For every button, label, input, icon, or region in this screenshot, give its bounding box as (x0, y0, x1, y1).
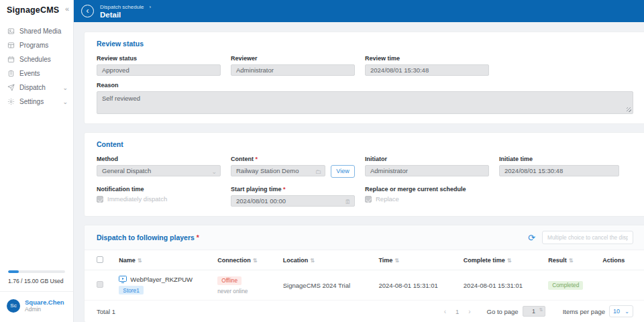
sidebar-item-dispatch[interactable]: Dispatch ⌄ (0, 80, 73, 95)
players-heading: Dispatch to following players * (97, 233, 199, 241)
breadcrumb-separator-icon: › (149, 4, 151, 10)
players-table: Name⇅ Connection⇅ Location⇅ Time⇅ Comple… (85, 250, 644, 301)
method-select: General Dispatch ⌄ (97, 165, 221, 176)
table-header-row: Name⇅ Connection⇅ Location⇅ Time⇅ Comple… (85, 250, 644, 270)
player-location: SignageCMS 2024 Trial (283, 270, 379, 301)
column-header-name[interactable]: Name⇅ (119, 250, 217, 270)
result-badge: Completed (548, 281, 583, 290)
column-header-location[interactable]: Location⇅ (283, 250, 379, 270)
replace-merge-label: Replace or merge current schedule (365, 186, 623, 193)
row-checkbox[interactable] (97, 281, 103, 288)
sidebar-item-label: Shared Media (19, 28, 61, 35)
prev-page-icon[interactable]: ‹ (444, 308, 446, 315)
replace-checkbox[interactable] (365, 196, 372, 203)
app-logo: SignageCMS (7, 5, 59, 15)
content-field: Railway Station Demo 🗀 (231, 165, 325, 176)
player-name: WebPlayer_RKZPUW (130, 276, 193, 283)
immediately-dispatch-checkbox[interactable] (97, 196, 103, 203)
column-header-time[interactable]: Time⇅ (379, 250, 464, 270)
sidebar-item-events[interactable]: Events (0, 66, 73, 80)
storage-progress-bar (8, 270, 65, 273)
player-icon (119, 276, 127, 283)
breadcrumb[interactable]: Dispatch schedule › (100, 4, 151, 10)
sort-icon[interactable]: ⇅ (507, 258, 512, 264)
start-playing-time-field: 2024/08/01 00:00 🗓 (231, 195, 355, 207)
notification-time-label: Notification time (97, 186, 221, 193)
spinner-icon[interactable]: ⇅ (539, 307, 543, 312)
goto-page-input[interactable]: 1 ⇅ (523, 306, 545, 317)
chevron-down-icon: ⌄ (62, 100, 68, 104)
content-label: Content * (231, 156, 355, 162)
next-page-icon[interactable]: › (468, 308, 470, 315)
column-header-connection[interactable]: Connection⇅ (217, 250, 283, 270)
page-number[interactable]: 1 (455, 308, 459, 315)
players-card: Dispatch to following players * ⟳ Name⇅ (84, 225, 644, 322)
sort-icon[interactable]: ⇅ (394, 258, 399, 264)
sidebar-nav: Shared Media Programs Schedules Events D… (0, 24, 73, 109)
sidebar-collapse-icon[interactable]: « (65, 5, 69, 12)
folder-icon: 🗀 (315, 167, 321, 176)
content-area: Review status Review status Approved Rev… (74, 22, 644, 322)
review-status-field: Approved (97, 64, 221, 76)
replace-checkbox-label: Replace (376, 195, 399, 203)
sidebar-item-programs[interactable]: Programs (0, 38, 73, 52)
column-header-complete-time[interactable]: Complete time⇅ (464, 250, 548, 270)
reason-textarea: Self reviewed (97, 91, 633, 114)
calendar-icon (7, 56, 15, 63)
initiator-label: Initiator (365, 156, 489, 162)
calendar-icon: 🗓 (345, 197, 351, 207)
main-area: ‹ Dispatch schedule › Detail Review stat… (74, 0, 644, 322)
sort-icon[interactable]: ⇅ (253, 258, 258, 264)
user-profile[interactable]: Sc Square.Chen Admin (0, 291, 73, 322)
complete-time: 2024-08-01 15:31:01 (464, 270, 548, 301)
review-time-field: 2024/08/01 15:30:48 (365, 64, 489, 76)
sidebar-item-label: Events (19, 70, 40, 77)
content-card: Content Method General Dispatch ⌄ Conten… (84, 132, 644, 217)
reason-label: Reason (97, 82, 633, 89)
content-heading: Content (97, 140, 633, 148)
view-button[interactable]: View (331, 165, 355, 178)
reviewer-field: Administrator (231, 64, 355, 76)
sort-icon[interactable]: ⇅ (310, 258, 315, 264)
initiate-time-field: 2024/08/01 15:30:48 (499, 165, 619, 176)
sidebar-item-settings[interactable]: Settings ⌄ (0, 95, 73, 109)
select-all-checkbox[interactable] (97, 256, 103, 263)
layout-icon (7, 42, 15, 49)
total-count: Total 1 (97, 308, 115, 315)
back-button[interactable]: ‹ (81, 5, 94, 17)
dispatch-time: 2024-08-01 15:31:01 (379, 270, 464, 301)
sidebar-item-schedules[interactable]: Schedules (0, 52, 73, 66)
sort-icon[interactable]: ⇅ (138, 258, 142, 264)
table-row[interactable]: WebPlayer_RKZPUW Store1 Offline never on… (85, 270, 644, 301)
player-group-tag: Store1 (119, 286, 143, 294)
reviewer-label: Reviewer (231, 55, 355, 62)
user-role: Admin (25, 306, 64, 313)
sidebar-item-shared-media[interactable]: Shared Media (0, 24, 73, 38)
page-header: ‹ Dispatch schedule › Detail (74, 0, 644, 22)
actions-cell (602, 270, 644, 301)
avatar: Sc (7, 299, 20, 313)
required-mark: * (197, 233, 199, 241)
sidebar-item-label: Dispatch (19, 84, 46, 91)
back-icon: ‹ (87, 7, 89, 15)
sidebar-item-label: Settings (19, 98, 44, 105)
sidebar-item-label: Schedules (19, 56, 51, 63)
storage-usage: 1.76 / 15.00 GB Used (0, 270, 73, 291)
connection-sub-text: never online (217, 288, 280, 294)
start-playing-time-label: Start playing time * (231, 186, 355, 193)
column-header-actions: Actions (602, 250, 644, 270)
breadcrumb-item[interactable]: Dispatch schedule (100, 4, 144, 10)
initiator-field: Administrator (365, 165, 489, 176)
table-footer: Total 1 ‹ 1 › Go to page 1 ⇅ Items per p… (85, 301, 644, 322)
cancel-dispatch-input[interactable] (542, 231, 633, 244)
items-per-page-select[interactable]: 10 ⌄ (609, 305, 633, 317)
user-name: Square.Chen (25, 299, 64, 306)
clipboard-icon (7, 70, 15, 77)
page-title: Detail (100, 11, 151, 19)
column-header-result[interactable]: Result⇅ (548, 250, 602, 270)
method-label: Method (97, 156, 221, 162)
chevron-down-icon: ⌄ (211, 167, 217, 176)
sort-icon[interactable]: ⇅ (569, 258, 574, 264)
refresh-icon[interactable]: ⟳ (528, 233, 535, 242)
resize-handle-icon (627, 107, 631, 112)
